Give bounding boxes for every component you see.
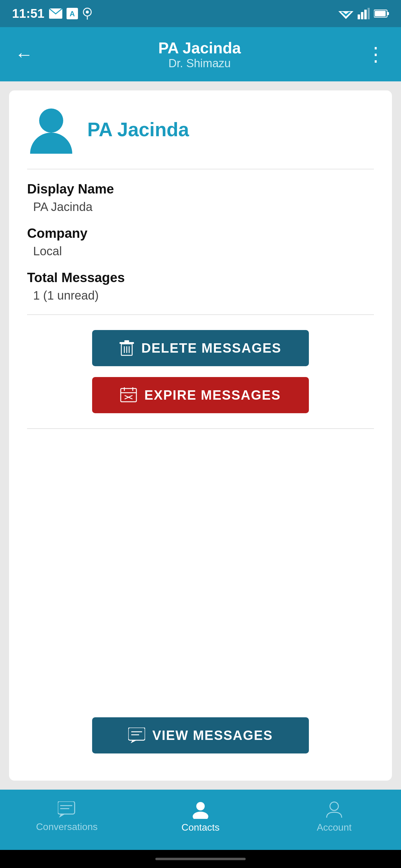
messages-icon [128, 727, 145, 743]
svg-rect-22 [121, 389, 136, 402]
contacts-nav-label: Contacts [181, 822, 220, 833]
conversations-nav-icon [58, 801, 76, 818]
buttons-section: DELETE MESSAGES EXPIRE MESSAGES [27, 315, 374, 429]
delete-messages-label: DELETE MESSAGES [141, 341, 281, 355]
main-content: PA Jacinda Display Name PA Jacinda Compa… [0, 82, 401, 789]
svg-rect-15 [375, 11, 386, 16]
avatar-body [30, 133, 72, 154]
svg-rect-11 [364, 10, 367, 19]
contact-name: PA Jacinda [87, 119, 189, 141]
app-bar-title-sub: Dr. Shimazu [36, 57, 363, 70]
bottom-section: VIEW MESSAGES [27, 429, 374, 766]
company-value: Local [27, 244, 374, 258]
account-nav-label: Account [317, 822, 352, 833]
svg-point-38 [330, 802, 338, 810]
avatar-head [39, 108, 63, 133]
view-messages-label: VIEW MESSAGES [152, 728, 273, 743]
avatar [27, 105, 75, 154]
status-bar: 11:51 A [0, 0, 401, 27]
conversations-nav-label: Conversations [36, 821, 98, 832]
back-button[interactable]: ← [12, 41, 36, 68]
contact-card: PA Jacinda Display Name PA Jacinda Compa… [9, 90, 392, 781]
home-bar [155, 858, 246, 860]
nav-item-conversations[interactable]: Conversations [0, 801, 134, 832]
details-section: Display Name PA Jacinda Company Local To… [27, 169, 374, 315]
status-bar-right [338, 8, 389, 19]
phone-frame: 11:51 A [0, 0, 401, 868]
svg-rect-12 [368, 8, 370, 19]
bottom-nav: Conversations Contacts Account [0, 789, 401, 850]
status-bar-left: 11:51 A [12, 6, 93, 21]
delete-messages-button[interactable]: DELETE MESSAGES [92, 330, 309, 366]
app-bar-title-main: PA Jacinda [36, 39, 363, 57]
svg-rect-14 [387, 12, 389, 15]
view-messages-button[interactable]: VIEW MESSAGES [92, 717, 309, 753]
svg-text:A: A [70, 10, 75, 18]
contact-header: PA Jacinda [27, 105, 374, 169]
total-messages-value: 1 (1 unread) [27, 289, 374, 302]
display-name-label: Display Name [27, 181, 374, 196]
svg-point-37 [193, 812, 208, 819]
svg-rect-10 [361, 12, 363, 19]
svg-rect-17 [120, 342, 134, 344]
svg-marker-35 [59, 814, 65, 818]
expire-icon [120, 387, 137, 404]
svg-point-36 [196, 802, 205, 810]
app-bar: ← PA Jacinda Dr. Shimazu ⋮ [0, 27, 401, 82]
app-bar-title: PA Jacinda Dr. Shimazu [36, 39, 363, 70]
company-label: Company [27, 226, 374, 241]
svg-rect-32 [58, 801, 75, 814]
svg-rect-9 [358, 14, 360, 19]
svg-rect-18 [124, 340, 129, 342]
status-icons: A [49, 7, 93, 20]
contacts-nav-icon [192, 801, 209, 819]
email-status-icon [49, 8, 62, 19]
total-messages-label: Total Messages [27, 270, 374, 285]
svg-rect-28 [128, 727, 145, 740]
more-options-button[interactable]: ⋮ [363, 40, 389, 68]
display-name-value: PA Jacinda [27, 200, 374, 214]
status-time: 11:51 [12, 6, 44, 21]
expire-messages-label: EXPIRE MESSAGES [144, 388, 280, 403]
wifi-icon [338, 8, 354, 19]
location-status-icon [82, 7, 93, 20]
account-nav-icon [326, 801, 343, 819]
expire-messages-button[interactable]: EXPIRE MESSAGES [92, 377, 309, 413]
trash-icon [120, 340, 134, 356]
nav-item-account[interactable]: Account [267, 801, 401, 833]
svg-point-4 [86, 10, 89, 13]
nav-item-contacts[interactable]: Contacts [134, 801, 267, 833]
signal-icon [358, 8, 370, 19]
battery-icon [374, 9, 389, 18]
a-status-icon: A [67, 8, 78, 19]
home-indicator [0, 850, 401, 868]
